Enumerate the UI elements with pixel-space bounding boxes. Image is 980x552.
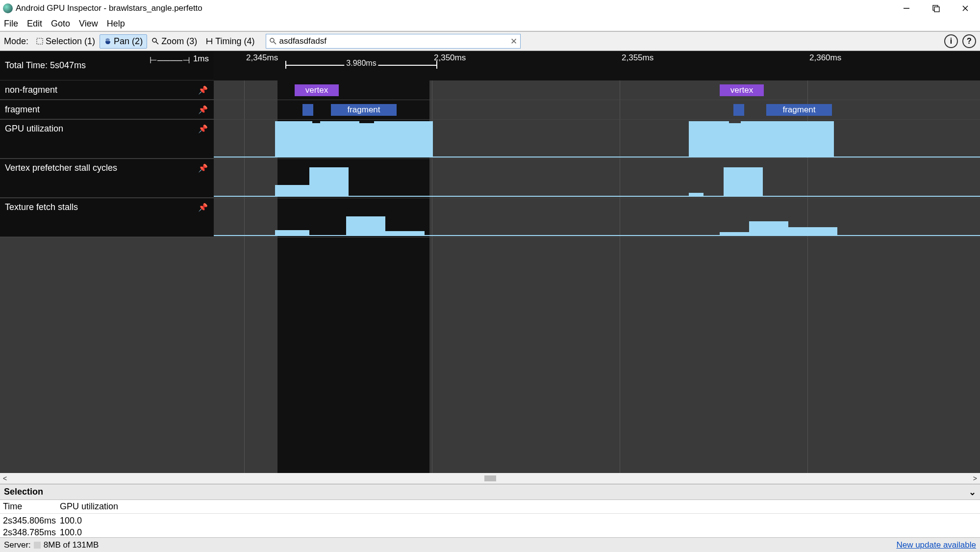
mode-pan-label: Pan (2) bbox=[114, 36, 143, 47]
svg-line-7 bbox=[156, 42, 158, 44]
block-vertex[interactable]: vertex bbox=[720, 84, 764, 96]
minimize-button[interactable] bbox=[892, 0, 921, 17]
track-header-non-fragment[interactable]: non-fragment 📌 bbox=[0, 80, 214, 100]
window-title: Android GPU Inspector - brawlstars_angle… bbox=[16, 3, 202, 13]
ruler-tick: 2,350ms bbox=[434, 53, 466, 63]
track-label: Texture fetch stalls bbox=[5, 202, 78, 212]
selection-cell-time: 2s348.785ms bbox=[0, 527, 58, 537]
scroll-right-icon[interactable]: > bbox=[973, 474, 977, 482]
memory-text: 8MB of 131MB bbox=[44, 540, 99, 550]
total-time-cell: Total Time: 5s047ms ⊢────⊣ 1ms bbox=[0, 51, 214, 80]
svg-rect-5 bbox=[37, 38, 43, 44]
scale-unit: 1ms bbox=[193, 54, 209, 64]
selection-title: Selection bbox=[4, 487, 43, 497]
memory-bar-icon bbox=[34, 542, 41, 549]
selection-panel: Selection ⌄ Time GPU utilization 2s345.8… bbox=[0, 484, 980, 537]
mode-pan[interactable]: Pan (2) bbox=[100, 34, 147, 49]
svg-point-11 bbox=[270, 38, 274, 42]
block-fragment[interactable] bbox=[302, 104, 313, 116]
svg-line-12 bbox=[274, 42, 276, 44]
pin-icon[interactable]: 📌 bbox=[198, 124, 208, 133]
selection-cell-time: 2s345.806ms bbox=[0, 516, 58, 526]
mode-timing[interactable]: Timing (4) bbox=[201, 35, 258, 48]
mode-selection-label: Selection (1) bbox=[46, 36, 95, 47]
range-indicator: 3.980ms bbox=[285, 61, 437, 69]
scroll-left-icon[interactable]: < bbox=[3, 474, 7, 482]
track-header-texture-fetch[interactable]: Texture fetch stalls 📌 bbox=[0, 198, 214, 237]
horizontal-scrollbar[interactable]: < > bbox=[0, 473, 980, 484]
svg-point-6 bbox=[152, 38, 156, 42]
mode-zoom[interactable]: Zoom (3) bbox=[148, 35, 201, 48]
mode-zoom-label: Zoom (3) bbox=[161, 36, 197, 47]
help-button[interactable]: ? bbox=[962, 34, 976, 48]
selection-cell-val: 100.0 bbox=[58, 516, 82, 526]
selection-row[interactable]: 2s348.785ms 100.0 bbox=[0, 527, 980, 537]
block-fragment[interactable]: fragment bbox=[331, 104, 397, 116]
pin-icon[interactable]: 📌 bbox=[198, 203, 208, 212]
timeline[interactable]: Total Time: 5s047ms ⊢────⊣ 1ms 2,345ms 2… bbox=[0, 51, 980, 473]
selection-cell-val: 100.0 bbox=[58, 527, 82, 537]
svg-rect-2 bbox=[934, 7, 939, 12]
close-button[interactable] bbox=[951, 0, 980, 17]
mode-timing-label: Timing (4) bbox=[215, 36, 254, 47]
block-vertex[interactable]: vertex bbox=[295, 84, 339, 96]
track-header-vertex-prefetch[interactable]: Vertex prefetcher stall cycles 📌 bbox=[0, 159, 214, 198]
chevron-down-icon[interactable]: ⌄ bbox=[969, 487, 976, 498]
selection-header[interactable]: Selection ⌄ bbox=[0, 484, 980, 500]
ruler-tick: 2,345ms bbox=[246, 53, 278, 63]
menubar: File Edit Goto View Help bbox=[0, 17, 980, 31]
block-fragment[interactable]: fragment bbox=[766, 104, 832, 116]
track-label: non-fragment bbox=[5, 85, 57, 95]
track-label: fragment bbox=[5, 105, 40, 115]
info-button[interactable]: i bbox=[944, 34, 958, 48]
pin-icon[interactable]: 📌 bbox=[198, 85, 208, 95]
block-fragment[interactable] bbox=[733, 104, 744, 116]
server-label: Server: bbox=[4, 540, 31, 550]
ruler-tick: 2,360ms bbox=[809, 53, 841, 63]
menu-goto[interactable]: Goto bbox=[51, 19, 70, 29]
selection-col-time: Time bbox=[0, 501, 58, 512]
search-input[interactable] bbox=[279, 36, 508, 46]
selection-col-value: GPU utilization bbox=[58, 501, 118, 512]
scroll-thumb[interactable] bbox=[484, 475, 496, 481]
menu-file[interactable]: File bbox=[4, 19, 18, 29]
track-label: Vertex prefetcher stall cycles bbox=[5, 163, 117, 173]
pin-icon[interactable]: 📌 bbox=[198, 163, 208, 173]
pin-icon[interactable]: 📌 bbox=[198, 105, 208, 114]
mode-label: Mode: bbox=[4, 36, 28, 47]
update-link[interactable]: New update available bbox=[896, 540, 976, 550]
search-icon bbox=[269, 37, 277, 45]
total-time-label: Total Time: 5s047ms bbox=[5, 60, 86, 71]
menu-help[interactable]: Help bbox=[107, 19, 125, 29]
titlebar: Android GPU Inspector - brawlstars_angle… bbox=[0, 0, 980, 17]
mode-selection[interactable]: Selection (1) bbox=[32, 35, 99, 48]
mode-toolbar: Mode: Selection (1) Pan (2) Zoom (3) Tim… bbox=[0, 31, 980, 51]
track-header-fragment[interactable]: fragment 📌 bbox=[0, 100, 214, 119]
status-bar: Server: 8MB of 131MB New update availabl… bbox=[0, 537, 980, 552]
menu-view[interactable]: View bbox=[79, 19, 98, 29]
selection-row[interactable]: 2s345.806ms 100.0 bbox=[0, 514, 980, 527]
maximize-button[interactable] bbox=[921, 0, 951, 17]
menu-edit[interactable]: Edit bbox=[27, 19, 42, 29]
track-header-gpu-util[interactable]: GPU utilization 📌 bbox=[0, 120, 214, 158]
app-icon bbox=[3, 3, 13, 13]
search-clear-icon[interactable]: ✕ bbox=[510, 36, 517, 47]
search-box[interactable]: ✕ bbox=[266, 34, 521, 49]
ruler-tick: 2,355ms bbox=[622, 53, 653, 63]
track-label: GPU utilization bbox=[5, 124, 63, 134]
range-label: 3.980ms bbox=[344, 59, 378, 68]
